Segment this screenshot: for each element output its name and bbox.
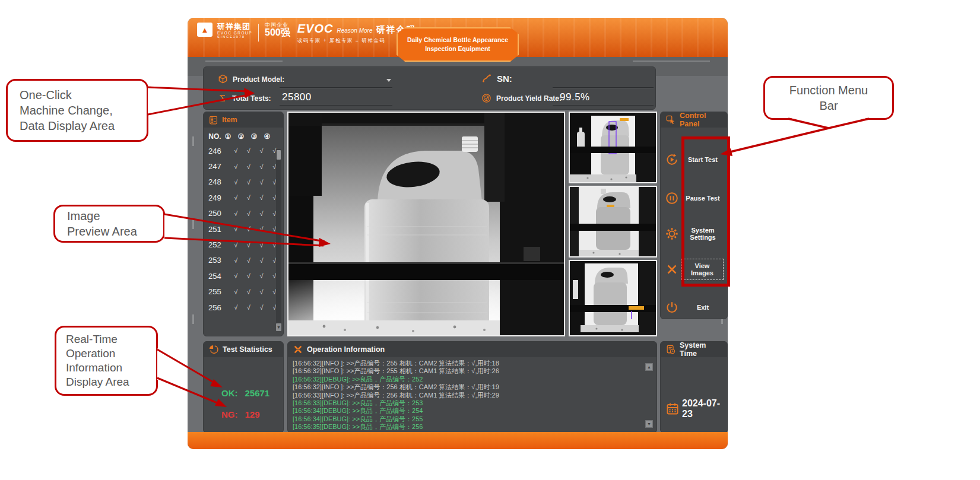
check-cell: √ [255,272,268,279]
test-statistics-panel: Test Statistics OK: 25671 NG: 129 [203,341,284,433]
check-cell: √ [255,257,268,264]
row-number: 252 [208,240,229,249]
check-cell: √ [255,288,268,295]
check-cell: √ [242,179,255,186]
callout-text-line: Preview Area [67,224,163,239]
preview-image-2[interactable] [569,186,657,258]
row-number: 248 [208,177,229,186]
ng-label: NG: [221,409,238,419]
total-tests-label: Total Tests: [232,94,271,103]
frame-tick [192,220,194,229]
close-icon [663,263,681,275]
check-cell: √ [242,272,255,279]
callout-text-line: Bar [765,98,892,113]
check-cell: √ [242,304,255,311]
row-number: 250 [208,209,229,218]
check-cell: √ [255,210,268,217]
app-title-badge: Daily Chemical Bottle Appearance Inspect… [397,27,519,62]
product-model-underline [280,87,392,88]
log-line: [16:56:32][DEBUG]: >>良品，产品编号：252 [293,376,643,383]
callout-data-display: One-ClickMachine Change,Data Display Are… [6,79,148,142]
check-cell: √ [242,241,255,249]
control-panel-icon [666,115,675,125]
system-date: 2024-07-23 [682,398,727,419]
callout-text-line: Function Menu [765,82,892,98]
power-icon [663,301,681,314]
table-row: 255 √ √ √ √ [204,284,283,300]
callout-text-line: Display Area [66,375,156,389]
column-header: ③ [248,132,261,141]
table-row: 249 √ √ √ √ [204,190,283,205]
check-cell: √ [229,147,242,154]
check-cell: √ [242,163,255,170]
checklist-icon [209,116,218,125]
check-cell: √ [229,241,242,249]
logo-evoc-wordmark: EVOC [297,23,334,34]
column-header: NO. [208,132,221,141]
log-scroll-up-button[interactable]: ▲ [645,363,653,371]
preview-image-1[interactable] [569,112,657,183]
clock-document-icon [666,345,675,354]
row-number: 246 [208,147,229,155]
check-cell: √ [242,257,255,264]
log-line: [16:56:33][DEBUG]: >>良品，产品编号：253 [293,399,643,407]
logo-divider [258,24,259,42]
item-scrollbar[interactable]: ▼ [276,149,281,331]
app-window: ▲ 研祥集团 EVOC GROUP SINCE1978 中国企业 500强 EV… [188,18,728,449]
check-cell: √ [242,194,255,201]
table-row: 256 √ √ √ √ [204,300,283,315]
check-cell: √ [255,147,268,154]
table-row: 246 √ √ √ √ [204,143,283,158]
item-scrollbar-thumb[interactable] [277,150,281,160]
footer-bar [188,432,728,449]
callout-text-line: One-Click [20,87,147,103]
column-header: ④ [261,132,274,141]
item-scroll-down-button[interactable]: ▼ [276,323,281,331]
table-row: 248 √ √ √ √ [204,174,283,190]
check-cell: √ [229,210,242,217]
ok-label: OK: [221,388,238,398]
sn-label: SN: [497,74,512,84]
control-panel-title: Control Panel [680,112,722,128]
callout-text-line: Operation [66,347,156,361]
sn-icon [481,73,492,84]
frame-tick [192,314,194,324]
log-scroll-down-button[interactable]: ▼ [645,420,653,428]
yield-rate-value: 99.5% [560,91,590,103]
main-camera-image [287,112,565,336]
trim-line [205,61,283,62]
logo-since: SINCE1978 [217,36,252,39]
check-cell: √ [229,272,242,279]
logo-top500: 500强 [265,28,290,37]
pie-chart-icon [209,345,218,354]
row-number: 247 [208,162,229,171]
exit-button[interactable]: Exit [663,297,725,317]
check-cell: √ [242,225,255,233]
callout-text-line: Machine Change, [20,103,147,118]
test-statistics-title: Test Statistics [223,345,272,354]
logo-group-cn: 研祥集团 [217,23,252,31]
column-header: ① [221,132,234,141]
callout-operation-info: Real-TimeOperationInformationDisplay Are… [55,326,158,396]
row-number: 251 [208,225,229,234]
check-cell: √ [229,257,242,264]
preview-image-3[interactable] [569,260,657,336]
table-row: 247 √ √ √ √ [204,158,283,174]
pause-test-icon [663,192,681,205]
log-line: [16:56:34][DEBUG]: >>良品，产品编号：254 [293,407,643,415]
app-title-line1: Daily Chemical Bottle Appearance [407,36,508,44]
item-table-body: 246 √ √ √ √ 247 √ √ √ √ [204,143,283,315]
row-number: 249 [208,193,229,202]
check-cell: √ [255,241,268,249]
app-title-line2: Inspection Equipment [425,44,490,53]
dropdown-caret-icon[interactable] [386,79,391,82]
operation-information-panel: Operation Information [16:56:32][INFO ]:… [287,341,657,433]
log-line: [16:56:33][INFO ]: >>产品编号：256 相机：CAM1 算法… [293,392,643,399]
check-cell: √ [255,163,268,170]
frame-tick [192,136,194,146]
table-row: 250 √ √ √ √ [204,206,283,221]
callout-text-line: Image [67,208,163,224]
evoc-logo-icon: ▲ [197,23,213,37]
product-model-select[interactable] [282,75,392,86]
logo-group-en: EVOC GROUP [217,31,252,36]
